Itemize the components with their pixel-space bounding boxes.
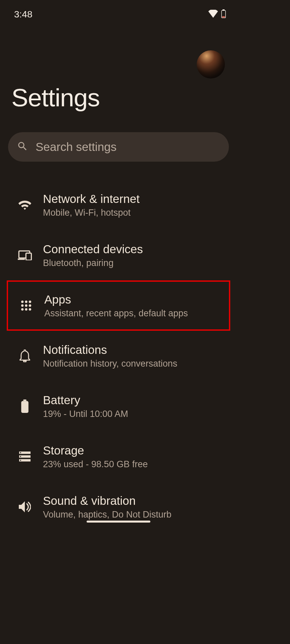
svg-rect-5 <box>26 253 31 260</box>
item-texts: Battery 19% - Until 10:00 AM <box>43 393 128 419</box>
svg-point-8 <box>29 301 31 303</box>
settings-item-apps[interactable]: Apps Assistant, recent apps, default app… <box>7 280 230 331</box>
item-texts: Sound & vibration Volume, haptics, Do No… <box>43 494 172 520</box>
header-row <box>0 23 237 78</box>
battery-status-icon <box>221 9 226 19</box>
status-time: 3:48 <box>14 9 33 20</box>
item-title: Battery <box>43 393 128 407</box>
settings-item-battery[interactable]: Battery 19% - Until 10:00 AM <box>0 381 237 431</box>
sound-icon <box>15 501 35 513</box>
item-subtitle: Notification history, conversations <box>43 359 177 369</box>
item-subtitle: Mobile, Wi-Fi, hotspot <box>43 208 140 218</box>
item-title: Notifications <box>43 343 177 357</box>
svg-point-14 <box>29 308 31 311</box>
item-subtitle: Volume, haptics, Do Not Disturb <box>43 509 172 520</box>
svg-rect-4 <box>18 259 25 260</box>
search-placeholder: Search settings <box>36 140 116 154</box>
item-subtitle: Bluetooth, pairing <box>43 258 143 268</box>
item-subtitle: 23% used - 98.50 GB free <box>43 459 148 470</box>
svg-point-9 <box>21 304 23 307</box>
item-title: Apps <box>44 293 188 306</box>
settings-item-storage[interactable]: Storage 23% used - 98.50 GB free <box>0 431 237 482</box>
settings-item-notifications[interactable]: Notifications Notification history, conv… <box>0 331 237 381</box>
svg-rect-22 <box>20 460 21 461</box>
settings-item-connected-devices[interactable]: Connected devices Bluetooth, pairing <box>0 230 237 280</box>
svg-rect-20 <box>20 452 21 453</box>
page-title: Settings <box>0 78 237 112</box>
battery-icon <box>15 399 35 413</box>
item-title: Network & internet <box>43 192 140 206</box>
svg-rect-16 <box>21 401 29 413</box>
storage-icon <box>15 451 35 462</box>
svg-point-13 <box>25 308 27 311</box>
item-title: Sound & vibration <box>43 494 172 507</box>
svg-point-12 <box>21 308 23 311</box>
svg-point-11 <box>29 304 31 307</box>
item-texts: Notifications Notification history, conv… <box>43 343 177 369</box>
wifi-icon <box>15 200 35 210</box>
navigation-pill[interactable] <box>87 521 150 523</box>
settings-item-network[interactable]: Network & internet Mobile, Wi-Fi, hotspo… <box>0 180 237 230</box>
svg-rect-15 <box>23 399 26 401</box>
item-texts: Connected devices Bluetooth, pairing <box>43 243 143 268</box>
item-subtitle: 19% - Until 10:00 AM <box>43 409 128 419</box>
search-bar[interactable]: Search settings <box>8 132 229 162</box>
svg-point-7 <box>25 301 27 303</box>
wifi-status-icon <box>208 10 218 19</box>
devices-icon <box>15 250 35 260</box>
bell-icon <box>15 350 35 362</box>
status-bar: 3:48 <box>0 0 237 23</box>
svg-rect-21 <box>20 456 21 457</box>
avatar[interactable] <box>197 50 225 78</box>
svg-rect-2 <box>222 16 225 18</box>
search-container: Search settings <box>8 132 229 162</box>
svg-point-10 <box>25 304 27 307</box>
svg-point-6 <box>21 301 23 303</box>
item-subtitle: Assistant, recent apps, default apps <box>44 308 188 319</box>
item-texts: Storage 23% used - 98.50 GB free <box>43 444 148 470</box>
item-texts: Apps Assistant, recent apps, default app… <box>44 293 188 319</box>
status-icons <box>208 9 226 19</box>
item-title: Storage <box>43 444 148 457</box>
settings-list: Network & internet Mobile, Wi-Fi, hotspo… <box>0 180 237 526</box>
settings-item-sound[interactable]: Sound & vibration Volume, haptics, Do No… <box>0 482 237 526</box>
item-title: Connected devices <box>43 243 143 256</box>
item-texts: Network & internet Mobile, Wi-Fi, hotspo… <box>43 192 140 218</box>
search-icon <box>17 141 28 153</box>
apps-icon <box>16 300 36 311</box>
